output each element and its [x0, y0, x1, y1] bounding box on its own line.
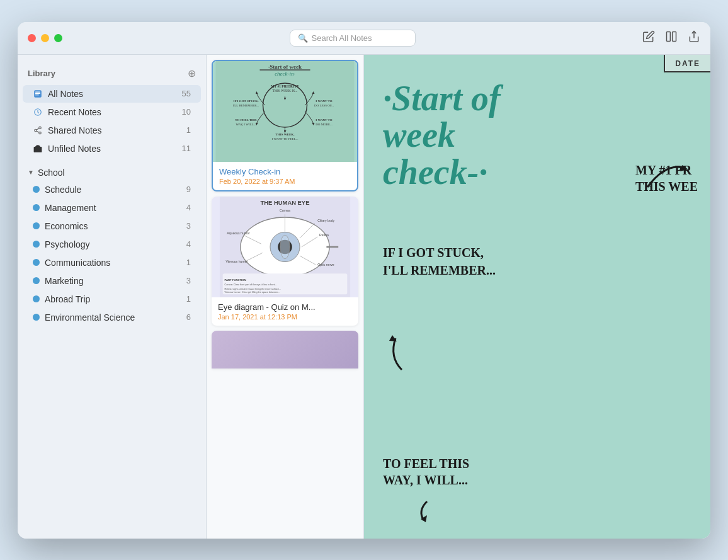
shared-notes-count: 1 [186, 125, 191, 135]
panels-icon[interactable] [665, 30, 678, 46]
svg-point-35 [280, 235, 290, 259]
note-preview: DATE ·Start of week check-· [364, 55, 710, 539]
note-card-eye-diagram[interactable]: THE HUMAN EYE [212, 197, 358, 326]
svg-text:THIS WEEK,: THIS WEEK, [276, 133, 295, 136]
sidebar-item-management[interactable]: Management 4 [23, 199, 201, 217]
communications-dot [33, 259, 40, 266]
svg-text:Retina: Retina [319, 233, 329, 237]
management-dot [33, 204, 40, 211]
svg-text:I WANT TO: I WANT TO [316, 100, 332, 103]
communications-label: Communications [45, 258, 181, 268]
psychology-dot [33, 241, 40, 248]
note-info-weekly: Weekly Check-in Feb 20, 2022 at 9:37 AM [213, 162, 357, 190]
note-thumbnail-eye: THE HUMAN EYE [212, 197, 358, 297]
svg-text:TO FEEL THIS: TO FEEL THIS [235, 118, 256, 122]
abroad-trip-label: Abroad Trip [45, 294, 181, 304]
sidebar-item-communications[interactable]: Communications 1 [23, 254, 201, 271]
svg-text:I'LL REMEMBER...: I'LL REMEMBER... [233, 104, 259, 107]
note-card-partial[interactable] [212, 331, 358, 369]
preview-s1-line1: MY #1 PR [635, 163, 691, 177]
add-library-icon[interactable]: ⊕ [188, 67, 196, 79]
svg-text:I WANT TO: I WANT TO [316, 118, 332, 122]
recent-notes-label: Recent Notes [48, 107, 177, 117]
svg-text:Cornea: Clear front part of th: Cornea: Clear front part of the eye; it … [225, 283, 277, 286]
sidebar-item-marketing[interactable]: Marketing 3 [23, 272, 201, 290]
all-notes-icon [33, 89, 43, 99]
titlebar: 🔍 Search All Notes [18, 22, 710, 55]
close-button[interactable] [28, 34, 36, 42]
svg-text:MY #1 PRIORITY: MY #1 PRIORITY [271, 84, 299, 88]
svg-rect-5 [35, 93, 40, 93]
notes-list: ·Start of week check-in· MY #1 PRIORITY … [207, 55, 364, 539]
svg-line-11 [37, 130, 39, 132]
note-thumbnail-weekly: ·Start of week check-in· MY #1 PRIORITY … [213, 61, 357, 162]
svg-line-12 [37, 128, 39, 129]
schedule-label: Schedule [45, 185, 181, 195]
svg-text:Vitreous humor: Clear gel fill: Vitreous humor: Clear gel filling the sp… [225, 291, 280, 294]
maximize-button[interactable] [54, 34, 62, 42]
sidebar-item-psychology[interactable]: Psychology 4 [23, 236, 201, 253]
svg-text:I WANT TO FEEL...: I WANT TO FEEL... [272, 137, 299, 140]
traffic-lights [28, 34, 62, 42]
titlebar-actions [642, 30, 700, 46]
preview-title-line2: week [383, 115, 455, 154]
recent-notes-icon [33, 107, 43, 117]
marketing-count: 3 [186, 276, 191, 285]
share-icon[interactable] [688, 30, 700, 46]
economics-count: 3 [186, 221, 191, 231]
sidebar-item-environmental-science[interactable]: Environmental Science 6 [23, 309, 201, 326]
preview-s2-line1: IF I GOT STUCK, [383, 246, 484, 260]
note-card-weekly-checkin[interactable]: ·Start of week check-in· MY #1 PRIORITY … [212, 60, 358, 191]
sidebar-item-schedule[interactable]: Schedule 9 [23, 181, 201, 198]
svg-text:THE HUMAN EYE: THE HUMAN EYE [261, 199, 310, 206]
preview-section3: TO FEEL THIS WAY, I WILL... [383, 455, 469, 488]
school-header[interactable]: ▼ School [18, 163, 206, 180]
library-header: Library ⊕ [18, 65, 206, 84]
unfiled-notes-count: 11 [182, 144, 191, 153]
schedule-dot [33, 186, 40, 193]
search-icon: 🔍 [298, 33, 308, 43]
svg-text:Optic nerve: Optic nerve [317, 263, 334, 266]
compose-icon[interactable] [642, 30, 655, 46]
marketing-label: Marketing [45, 276, 181, 286]
svg-text:·Start of week: ·Start of week [268, 64, 302, 70]
sidebar-item-recent-notes[interactable]: Recent Notes 10 [23, 103, 201, 121]
schedule-count: 9 [186, 185, 191, 194]
sidebar-item-shared-notes[interactable]: Shared Notes 1 [23, 122, 201, 139]
sidebar-item-abroad-trip[interactable]: Abroad Trip 1 [23, 290, 201, 308]
economics-label: Economics [45, 221, 181, 231]
environmental-science-dot [33, 314, 40, 321]
note-title-weekly: Weekly Check-in [219, 167, 351, 176]
svg-text:Cornea: Cornea [280, 209, 290, 212]
environmental-science-count: 6 [186, 312, 191, 322]
search-bar[interactable]: 🔍 Search All Notes [290, 30, 416, 47]
sidebar-item-economics[interactable]: Economics 3 [23, 217, 201, 235]
marketing-dot [33, 277, 40, 284]
economics-dot [33, 222, 40, 229]
management-count: 4 [186, 203, 191, 212]
svg-text:PART       FUNCTION: PART FUNCTION [225, 278, 246, 281]
preview-s3-line2: WAY, I WILL... [383, 473, 468, 487]
school-expand-icon: ▼ [28, 169, 34, 176]
sidebar-item-all-notes[interactable]: All Notes 55 [23, 85, 201, 103]
note-date-eye: Jan 17, 2021 at 12:13 PM [218, 313, 352, 321]
svg-text:Retina: Light-sensitive tissue: Retina: Light-sensitive tissue lining th… [225, 287, 282, 290]
shared-notes-icon [33, 125, 43, 135]
unfiled-notes-icon [33, 144, 43, 154]
svg-rect-6 [35, 94, 39, 95]
main-content: Library ⊕ All Notes 55 [18, 55, 710, 539]
note-info-eye: Eye diagram - Quiz on M... Jan 17, 2021 … [212, 297, 358, 326]
preview-s3-line1: TO FEEL THIS [383, 457, 469, 471]
eye-thumb-bg: THE HUMAN EYE [212, 197, 358, 297]
unfiled-notes-label: Unfiled Notes [48, 144, 177, 154]
svg-text:check-in·: check-in· [275, 71, 295, 77]
arrow-bottom [414, 498, 440, 526]
school-label: School [38, 168, 65, 178]
sidebar-item-unfiled-notes[interactable]: Unfiled Notes 11 [23, 140, 201, 157]
shared-notes-label: Shared Notes [48, 125, 181, 135]
preview-s2-line2: I'LL REMEMBER... [383, 263, 496, 277]
svg-point-8 [39, 127, 42, 129]
minimize-button[interactable] [41, 34, 49, 42]
sidebar: Library ⊕ All Notes 55 [18, 55, 207, 539]
svg-point-9 [35, 129, 37, 132]
